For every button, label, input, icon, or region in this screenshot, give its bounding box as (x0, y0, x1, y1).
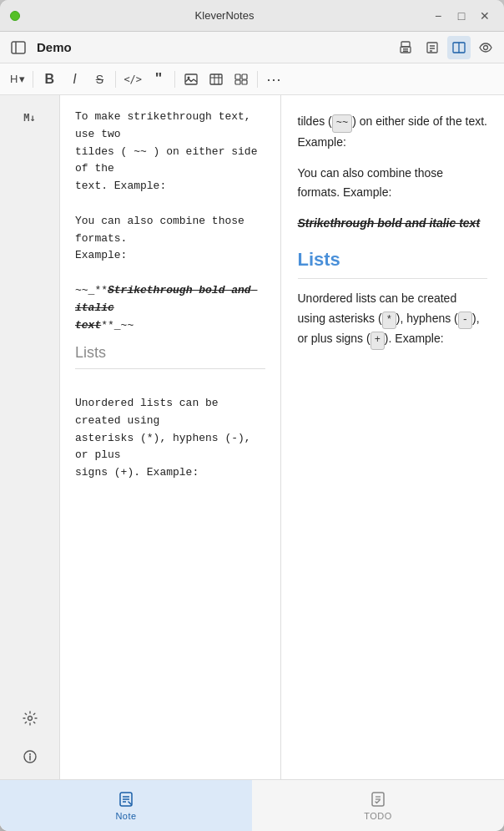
svg-rect-15 (210, 74, 222, 84)
panel-icon (11, 40, 26, 55)
svg-rect-22 (242, 80, 247, 84)
print-button[interactable] (394, 36, 417, 59)
table-icon (209, 73, 223, 85)
preview-divider (298, 278, 488, 279)
editor-text: To make strikethrough text, use two tild… (75, 109, 265, 334)
image-icon (184, 73, 198, 85)
svg-rect-13 (185, 74, 197, 84)
sidebar: M↓ (0, 95, 60, 779)
toolbar-divider-4 (257, 71, 258, 88)
editor-strike-text: Strikethrough bold and italic text (75, 284, 257, 332)
svg-rect-0 (12, 42, 25, 53)
tilde-kbd: ~~ (332, 114, 352, 133)
svg-rect-20 (242, 74, 247, 79)
grid-icon (234, 73, 248, 85)
export-icon (426, 41, 439, 54)
editor-pane[interactable]: To make strikethrough text, use two tild… (60, 95, 281, 779)
editor-text-2: Unordered lists can be created using ast… (75, 377, 265, 482)
minimize-button[interactable]: − (429, 7, 447, 25)
info-icon (23, 750, 37, 763)
eye-icon (479, 41, 492, 54)
title-bar-controls (10, 11, 20, 21)
svg-point-23 (28, 717, 32, 721)
svg-point-12 (484, 45, 488, 49)
chevron-down-icon: ▾ (19, 73, 25, 85)
preview-strike-bold-italic: Strikethrough bold and italic text (298, 216, 481, 230)
preview-pane[interactable]: tildes (~~) on either side of the text. … (281, 95, 505, 779)
title-bar-buttons: − □ ✕ (429, 7, 494, 25)
toolbar-divider-2 (115, 71, 116, 88)
image-button[interactable] (179, 68, 203, 91)
code-button[interactable]: </> (120, 68, 145, 91)
traffic-light-green (10, 11, 20, 21)
heading-dropdown[interactable]: H ▾ (7, 73, 28, 85)
settings-button[interactable] (14, 702, 46, 734)
note-title: Demo (33, 40, 391, 54)
svg-rect-2 (401, 42, 410, 47)
bold-button[interactable]: B (38, 68, 61, 91)
export-button[interactable] (421, 36, 444, 59)
todo-tab[interactable]: TODO (252, 780, 504, 831)
note-icon (118, 791, 134, 808)
italic-button[interactable]: I (63, 68, 86, 91)
toolbar-divider-3 (174, 71, 175, 88)
preview-para-1: tildes (~~) on either side of the text. … (298, 112, 488, 152)
more-button[interactable]: ⋯ (262, 68, 285, 91)
toolbar-divider-1 (33, 71, 33, 88)
tab-bar: Note TODO (0, 779, 504, 831)
svg-rect-21 (235, 80, 240, 84)
main-area: M↓ To make strikethrough text (0, 95, 504, 779)
grid-button[interactable] (229, 68, 253, 91)
svg-point-26 (29, 753, 31, 755)
strikethrough-button[interactable]: S (88, 68, 111, 91)
app-window: KleverNotes − □ ✕ Demo (0, 0, 504, 831)
editor-heading-lists: Lists (75, 341, 265, 365)
todo-tab-label: TODO (364, 811, 392, 821)
asterisk-kbd: * (382, 312, 396, 330)
split-view-icon (452, 41, 466, 54)
split-view-button[interactable] (447, 36, 471, 59)
plus-kbd: + (370, 332, 385, 350)
preview-strike-para: Strikethrough bold and italic text (298, 214, 488, 233)
svg-rect-4 (403, 48, 408, 50)
toolbar-row: Demo (0, 32, 504, 63)
note-tab-label: Note (115, 811, 136, 821)
preview-para-2: You can also combine those formats. Exam… (298, 164, 488, 202)
window-title: KleverNotes (195, 9, 255, 22)
hyphen-kbd: - (458, 312, 472, 330)
print-icon (399, 41, 412, 54)
title-bar: KleverNotes − □ ✕ (0, 0, 504, 32)
settings-icon (23, 711, 38, 726)
format-toolbar: H ▾ B I S </> " (0, 63, 504, 95)
sidebar-toggle-button[interactable] (7, 36, 30, 59)
close-button[interactable]: ✕ (476, 7, 494, 25)
table-button[interactable] (204, 68, 228, 91)
preview-heading-lists: Lists (298, 245, 488, 275)
markdown-button[interactable]: M↓ (14, 102, 46, 134)
svg-rect-5 (403, 50, 408, 52)
preview-para-3: Unordered lists can be created using ast… (298, 289, 488, 350)
preview-button[interactable] (474, 36, 497, 59)
note-tab[interactable]: Note (0, 780, 252, 831)
markdown-icon: M↓ (23, 112, 35, 124)
svg-rect-19 (235, 74, 240, 79)
editor-divider (75, 368, 265, 369)
quote-button[interactable]: " (147, 68, 170, 91)
content-area: To make strikethrough text, use two tild… (60, 95, 504, 779)
todo-icon (370, 791, 386, 808)
heading-label: H (10, 73, 18, 85)
maximize-button[interactable]: □ (452, 7, 471, 25)
info-button[interactable] (14, 741, 46, 773)
